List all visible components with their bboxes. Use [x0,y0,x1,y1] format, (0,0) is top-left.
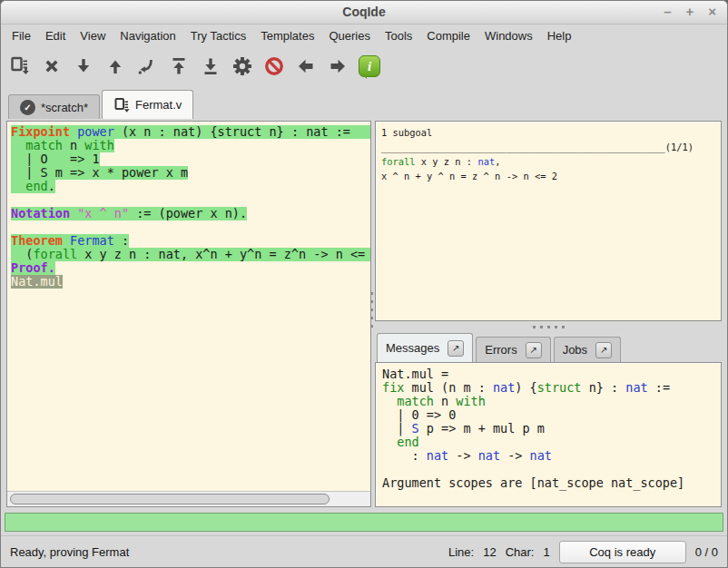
status-message: Ready, proving Fermat [10,545,129,559]
title-bar[interactable]: CoqIde – + × [1,1,727,24]
editor-tab-bar: ✓ *scratch* Fermat.v [1,86,727,119]
next-icon [327,55,349,77]
worker-counter: 0 / 0 [695,545,718,559]
run-to-end-icon [200,55,221,77]
interrupt-icon [263,55,285,77]
window-title: CoqIde [1,5,727,19]
tab-label: Fermat.v [135,98,182,112]
close-button[interactable]: × [708,4,716,20]
code-line: end. [11,180,370,193]
code-line: end [382,436,714,449]
tab-label: Errors [485,343,516,357]
menu-item-templates[interactable]: Templates [253,26,321,45]
code-line: fix mul (n m : nat) {struct n} : nat := [382,381,714,395]
status-bar: Ready, proving Fermat Line: 12 Char: 1 C… [1,535,727,567]
menu-item-view[interactable]: View [73,26,113,45]
about-icon: i [359,55,380,77]
restart-button[interactable] [167,54,191,78]
detach-icon[interactable]: ↗ [595,342,612,358]
script-editor[interactable]: Fixpoint power (x n : nat) {struct n} : … [7,122,370,491]
document-icon [113,97,130,113]
code-line: Notation "x ^ n" := (power x n). [11,207,370,220]
about-button[interactable]: i [358,54,381,78]
tab-jobs[interactable]: Jobs ↗ [554,337,621,362]
check-icon: ✓ [20,100,35,115]
coqide-window: CoqIde – + × FileEditViewNavigationTry T… [0,0,728,568]
horizontal-splitter[interactable] [375,321,722,332]
code-line: match n with [11,139,370,152]
messages-pane[interactable]: Nat.mul =fix mul (n m : nat) {struct n} … [375,362,722,507]
char-value: 1 [543,545,549,559]
messages-tab-bar: Messages ↗ Errors ↗ Jobs ↗ [375,332,722,362]
tab-scratch[interactable]: ✓ *scratch* [8,94,100,119]
code-line [382,463,714,476]
scrollbar-thumb[interactable] [10,494,330,504]
code-line: ________________________________________… [381,140,715,154]
coq-state-indicator[interactable]: Coq is ready [559,541,686,563]
gear-icon [231,55,253,77]
menu-item-tools[interactable]: Tools [378,26,419,45]
next-button[interactable] [326,54,349,78]
tab-label: *scratch* [41,101,88,114]
step-backward-icon [104,55,126,77]
coq-state-text: Coq is ready [589,545,655,559]
step-forward-icon [73,55,94,77]
menu-item-compile[interactable]: Compile [419,26,477,45]
previous-button[interactable] [294,54,318,78]
menu-bar: FileEditViewNavigationTry TacticsTemplat… [1,24,727,46]
step-forward-button[interactable] [72,54,95,78]
code-line: : nat -> nat -> nat [382,449,714,463]
code-line: | S m => x * power x m [11,166,370,180]
line-value: 12 [483,545,496,559]
code-line: Argument scopes are [nat_scope nat_scope… [382,476,714,490]
goto-cursor-icon [136,55,158,77]
window-controls: – + × [664,4,716,20]
line-label: Line: [448,545,474,559]
progress-bar [5,513,723,532]
main-area: Fixpoint power (x n : nat) {struct n} : … [1,119,727,509]
menu-item-file[interactable]: File [5,26,38,45]
code-line: Theorem Fermat : [11,234,370,248]
code-line: Nat.mul [11,275,370,289]
code-line: (forall x y z n : nat, x^n + y^n = z^n -… [11,248,370,261]
code-line: | O => 1 [11,152,370,166]
code-line: Proof. [11,261,370,275]
right-column: 1 subgoal_______________________________… [375,121,722,507]
gear-button[interactable] [231,54,254,78]
interrupt-button[interactable] [262,54,286,78]
messages-notebook: Messages ↗ Errors ↗ Jobs ↗ Nat.mul =fix … [375,332,722,507]
tab-label: Jobs [563,343,587,357]
save-button[interactable] [8,54,32,78]
menu-item-help[interactable]: Help [540,26,579,45]
tab-errors[interactable]: Errors ↗ [476,337,550,362]
menu-item-queries[interactable]: Queries [321,26,378,45]
code-line: match n with [382,395,714,408]
tab-label: Messages [386,341,439,355]
goto-cursor-button[interactable] [135,54,159,78]
save-icon [9,55,31,77]
code-line: 1 subgoal [381,125,715,140]
horizontal-scrollbar[interactable] [7,491,370,506]
menu-item-edit[interactable]: Edit [38,26,73,45]
code-line: forall x y z n : nat, [381,154,715,169]
goals-pane[interactable]: 1 subgoal_______________________________… [375,121,722,321]
menu-item-navigation[interactable]: Navigation [113,26,182,45]
detach-icon[interactable]: ↗ [448,340,464,357]
code-line [11,193,370,207]
vertical-splitter[interactable] [369,292,374,328]
run-to-end-button[interactable] [199,54,222,78]
maximize-button[interactable]: + [685,4,694,20]
tab-fermat[interactable]: Fermat.v [102,90,193,119]
menu-item-try-tactics[interactable]: Try Tactics [183,26,253,45]
script-pane: Fixpoint power (x n : nat) {struct n} : … [6,121,371,507]
tab-messages[interactable]: Messages ↗ [377,333,473,362]
minimize-button[interactable]: – [664,4,671,20]
char-label: Char: [506,545,535,559]
code-line: Nat.mul = [382,367,714,381]
detach-icon[interactable]: ↗ [526,342,542,358]
step-backward-button[interactable] [103,54,127,78]
code-line: Fixpoint power (x n : nat) {struct n} : … [11,125,370,139]
restart-icon [168,55,190,77]
close-buffer-button[interactable] [40,54,64,78]
menu-item-windows[interactable]: Windows [477,26,540,45]
